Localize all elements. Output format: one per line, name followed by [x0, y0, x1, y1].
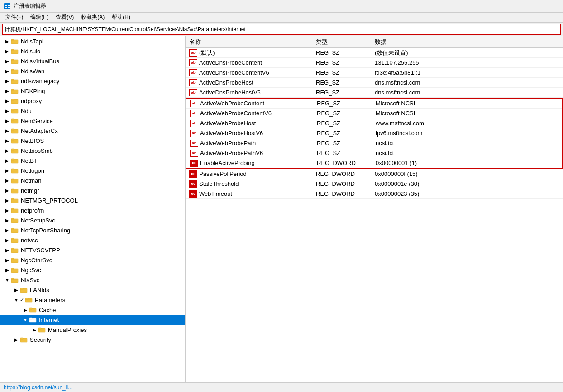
expand-arrow[interactable]: ▶ — [4, 97, 11, 104]
tree-item-Netman[interactable]: ▶ Netman — [0, 175, 185, 185]
expand-arrow[interactable]: ▶ — [4, 147, 11, 154]
svg-rect-14 — [11, 79, 14, 80]
tree-item-netvsc[interactable]: ▶ netvsc — [0, 235, 185, 245]
reg-row-ActiveWebProbeContentV6[interactable]: ab ActiveWebProbeContentV6 REG_SZ Micros… — [186, 109, 562, 118]
tree-item-NetBT[interactable]: ▶ NetBT — [0, 156, 185, 165]
menu-file[interactable]: 文件(F) — [2, 13, 27, 22]
tree-item-Ndisuio[interactable]: ▶ Ndisuio — [0, 46, 185, 56]
menu-favorites[interactable]: 收藏夹(A) — [77, 13, 108, 22]
reg-icon-sz: ab — [190, 120, 198, 127]
tree-item-NlaSvc[interactable]: ▼ NlaSvc — [0, 275, 185, 285]
reg-row-ActiveWebProbeContent[interactable]: ab ActiveWebProbeContent REG_SZ Microsof… — [186, 99, 562, 109]
tree-item-Parameters[interactable]: ▼✓ Parameters — [0, 295, 185, 305]
expand-arrow[interactable]: ▶ — [13, 336, 20, 343]
svg-rect-46 — [11, 238, 14, 240]
menu-edit[interactable]: 编辑(E) — [27, 13, 52, 22]
expand-arrow[interactable]: ▶ — [4, 197, 11, 204]
tree-item-NetAdapterCx[interactable]: ▶ NetAdapterCx — [0, 126, 185, 136]
expand-arrow[interactable]: ▶ — [4, 87, 11, 94]
tree-item-Cache[interactable]: ▶ Cache — [0, 305, 185, 315]
expand-arrow[interactable]: ▶ — [4, 177, 11, 184]
menu-view[interactable]: 查看(V) — [52, 13, 77, 22]
tree-scroll[interactable]: ▶ NdisTapi▶ Ndisuio▶ NdisVirtualBus▶ Ndi… — [0, 36, 185, 392]
tree-item-Ndu[interactable]: ▶ Ndu — [0, 106, 185, 116]
tree-item-ndproxy[interactable]: ▶ ndproxy — [0, 96, 185, 106]
expand-arrow[interactable]: ▼ — [13, 296, 20, 303]
tree-item-NetSetupSvc[interactable]: ▶ NetSetupSvc — [0, 215, 185, 225]
expand-arrow[interactable]: ▶ — [4, 38, 11, 45]
expand-arrow[interactable]: ▶ — [4, 117, 11, 124]
tree-item-ManualProxies[interactable]: ▶ ManualProxies — [0, 325, 185, 335]
reg-row-ActiveDnsProbeHostV6[interactable]: ab ActiveDnsProbeHostV6 REG_SZ dns.msftn… — [186, 88, 563, 98]
tree-item-NDKPing[interactable]: ▶ NDKPing — [0, 86, 185, 96]
registry-rows[interactable]: ab (默认) REG_SZ (数值未设置) ab ActiveDnsProbe… — [186, 48, 563, 392]
reg-name: ActiveWebProbeHost — [200, 120, 256, 127]
expand-arrow[interactable]: ▶ — [4, 137, 11, 144]
expand-arrow[interactable]: ▶ — [4, 47, 11, 55]
expand-arrow[interactable]: ▶ — [4, 236, 11, 244]
tree-item-label: NemService — [21, 118, 53, 124]
tree-item-NgcSvc[interactable]: ▶ NgcSvc — [0, 265, 185, 275]
reg-row-ActiveWebProbeHost[interactable]: ab ActiveWebProbeHost REG_SZ www.msftncs… — [186, 118, 562, 128]
tree-item-Internet[interactable]: ▼ Internet — [0, 315, 185, 325]
tree-panel[interactable]: ▶ NdisTapi▶ Ndisuio▶ NdisVirtualBus▶ Ndi… — [0, 36, 186, 392]
expand-arrow[interactable]: ▶ — [4, 207, 11, 214]
expand-arrow[interactable]: ▶ — [4, 67, 11, 75]
reg-row-ActiveDnsProbeHost[interactable]: ab ActiveDnsProbeHost REG_SZ dns.msftncs… — [186, 78, 563, 88]
tree-item-LANIds[interactable]: ▶ LANIds — [0, 285, 185, 295]
expand-arrow[interactable]: ▶ — [4, 57, 11, 65]
tree-item-netmgr[interactable]: ▶ netmgr — [0, 185, 185, 195]
expand-arrow[interactable]: ▼ — [22, 316, 29, 323]
folder-icon — [25, 296, 33, 303]
reg-row-EnableActiveProbing[interactable]: 00 EnableActiveProbing REG_DWORD 0x00000… — [186, 158, 562, 168]
tree-item-NetBIOS[interactable]: ▶ NetBIOS — [0, 136, 185, 146]
reg-row-WebTimeout[interactable]: 00 WebTimeout REG_DWORD 0x00000023 (35) — [186, 189, 563, 199]
tree-item-NgcCtnrSvc[interactable]: ▶ NgcCtnrSvc — [0, 255, 185, 265]
expand-arrow[interactable]: ▶ — [13, 286, 20, 293]
reg-row-ActiveWebProbePathV6[interactable]: ab ActiveWebProbePathV6 REG_SZ ncsi.txt — [186, 148, 562, 158]
reg-row-ActiveWebProbeHostV6[interactable]: ab ActiveWebProbeHostV6 REG_SZ ipv6.msft… — [186, 128, 562, 138]
tree-item-NdisVirtualBus[interactable]: ▶ NdisVirtualBus — [0, 56, 185, 66]
reg-cell-data: ncsi.txt — [372, 138, 562, 148]
expand-arrow[interactable]: ▼ — [4, 276, 11, 283]
tree-item-ndiswanlegacy[interactable]: ▶ ndiswanlegacy — [0, 76, 185, 86]
tree-item-NdisWan[interactable]: ▶ NdisWan — [0, 66, 185, 76]
folder-icon — [11, 47, 19, 55]
expand-arrow[interactable]: ▶ — [4, 217, 11, 224]
expand-arrow[interactable]: ▶ — [4, 107, 11, 114]
reg-row-ActiveDnsProbeContent[interactable]: ab ActiveDnsProbeContent REG_SZ 131.107.… — [186, 58, 563, 68]
tree-item-NETMGR_PRTOCOL[interactable]: ▶ NETMGR_PRTOCOL — [0, 195, 185, 205]
reg-row-ActiveDnsProbeContentV6[interactable]: ab ActiveDnsProbeContentV6 REG_SZ fd3e:4… — [186, 68, 563, 78]
tree-item-NetbiosSmb[interactable]: ▶ NetbiosSmb — [0, 146, 185, 156]
expand-arrow[interactable]: ▶ — [4, 127, 11, 134]
expand-arrow[interactable]: ▶ — [4, 157, 11, 164]
menu-help[interactable]: 帮助(H) — [108, 13, 134, 22]
reg-row-ActiveWebProbePath[interactable]: ab ActiveWebProbePath REG_SZ ncsi.txt — [186, 138, 562, 148]
reg-row-default[interactable]: ab (默认) REG_SZ (数值未设置) — [186, 48, 563, 58]
expand-arrow[interactable]: ▶ — [4, 246, 11, 254]
tree-item-label: NDKPing — [21, 88, 45, 94]
reg-row-PassivePollPeriod[interactable]: 00 PassivePollPeriod REG_DWORD 0x0000000… — [186, 169, 563, 179]
reg-row-StaleThreshold[interactable]: 00 StaleThreshold REG_DWORD 0x0000001e (… — [186, 179, 563, 189]
expand-arrow[interactable]: ▶ — [31, 326, 38, 333]
expand-arrow[interactable]: ▶ — [4, 77, 11, 85]
expand-arrow[interactable]: ▶ — [4, 227, 11, 234]
address-bar[interactable]: 计算机\HKEY_LOCAL_MACHINE\SYSTEM\CurrentCon… — [2, 24, 561, 35]
tree-item-NemService[interactable]: ▶ NemService — [0, 116, 185, 126]
folder-icon — [11, 77, 19, 85]
reg-name: (默认) — [199, 49, 215, 57]
folder-icon — [11, 207, 19, 214]
tree-item-Netlogon[interactable]: ▶ Netlogon — [0, 165, 185, 175]
expand-arrow[interactable]: ▶ — [22, 306, 29, 313]
tree-item-netprofm[interactable]: ▶ netprofm — [0, 205, 185, 215]
tree-item-NETVSCVFPP[interactable]: ▶ NETVSCVFPP — [0, 245, 185, 255]
expand-arrow[interactable]: ▶ — [4, 256, 11, 264]
folder-icon — [11, 177, 19, 184]
expand-arrow[interactable]: ▶ — [4, 266, 11, 274]
tree-item-NetTcpPortSharing[interactable]: ▶ NetTcpPortSharing — [0, 225, 185, 235]
svg-rect-44 — [11, 228, 14, 230]
expand-arrow[interactable]: ▶ — [4, 167, 11, 174]
tree-item-Security[interactable]: ▶ Security — [0, 335, 185, 345]
expand-arrow[interactable]: ▶ — [4, 187, 11, 194]
tree-item-NdisTapi[interactable]: ▶ NdisTapi — [0, 36, 185, 46]
